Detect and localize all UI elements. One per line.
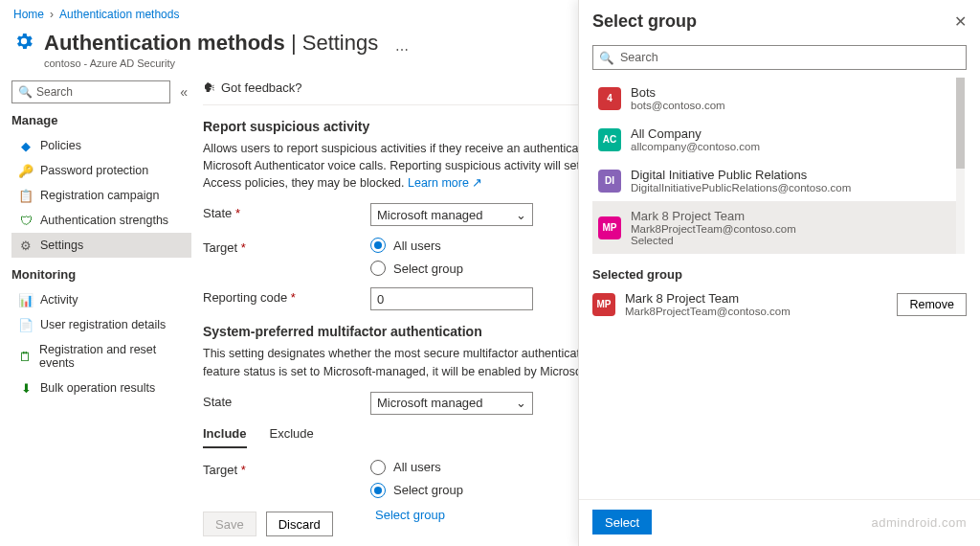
group-email: bots@contoso.com bbox=[631, 100, 725, 111]
search-icon: 🔍 bbox=[18, 85, 33, 99]
radio-icon bbox=[370, 238, 386, 253]
nav-icon: 🛡 bbox=[19, 214, 33, 227]
group-avatar: 4 bbox=[598, 87, 621, 110]
learn-more-link[interactable]: Learn more ↗ bbox=[408, 176, 482, 190]
nav-icon: 🔑 bbox=[19, 164, 33, 177]
nav-icon: ⚙ bbox=[19, 239, 33, 252]
sidebar-item-password-protection[interactable]: 🔑Password protection bbox=[11, 158, 191, 183]
group-email: Mark8ProjectTeam@contoso.com bbox=[631, 223, 796, 235]
title-sub: Settings bbox=[302, 31, 379, 55]
nav-label: Bulk operation results bbox=[40, 381, 155, 395]
radio-icon bbox=[370, 483, 386, 498]
feedback-button[interactable]: 🗣 Got feedback? bbox=[203, 80, 302, 95]
breadcrumb-sep: › bbox=[50, 8, 54, 21]
group-name: All Company bbox=[631, 126, 760, 141]
sidebar-item-user-registration-details[interactable]: 📄User registration details bbox=[11, 312, 191, 337]
title-main: Authentication methods bbox=[44, 31, 285, 55]
tab-exclude[interactable]: Exclude bbox=[270, 426, 314, 448]
chevron-down-icon: ⌄ bbox=[516, 208, 526, 222]
group-email: DigitalInitiativePublicRelations@contoso… bbox=[631, 182, 851, 193]
group-item[interactable]: DIDigital Initiative Public RelationsDig… bbox=[592, 160, 965, 201]
target-all-users-radio[interactable]: All users bbox=[370, 238, 463, 253]
state-select[interactable]: Microsoft managed ⌄ bbox=[370, 203, 533, 226]
nav-section-manage: Manage bbox=[11, 113, 191, 127]
reporting-code-label: Reporting code bbox=[203, 287, 361, 305]
nav-icon: 📊 bbox=[19, 293, 33, 307]
selected-group-name: Mark 8 Project Team bbox=[625, 291, 791, 306]
group-selected-tag: Selected bbox=[631, 235, 796, 246]
state2-select[interactable]: Microsoft managed ⌄ bbox=[370, 392, 533, 415]
gear-icon bbox=[13, 31, 34, 52]
group-name: Bots bbox=[631, 85, 725, 100]
nav-label: Registration and reset events bbox=[39, 343, 184, 370]
nav-label: Authentication strengths bbox=[40, 214, 168, 227]
scrollbar-track[interactable] bbox=[956, 78, 965, 254]
radio-icon bbox=[370, 261, 386, 276]
selected-group-heading: Selected group bbox=[592, 267, 967, 282]
nav-icon: ◆ bbox=[19, 139, 33, 152]
discard-button[interactable]: Discard bbox=[266, 512, 333, 536]
sidebar-item-policies[interactable]: ◆Policies bbox=[11, 133, 191, 158]
flyout-search-input[interactable]: 🔍 Search bbox=[592, 45, 967, 70]
group-name: Mark 8 Project Team bbox=[631, 209, 796, 223]
target2-select-group-radio[interactable]: Select group bbox=[370, 483, 463, 498]
search-icon: 🔍 bbox=[599, 51, 614, 65]
selected-group-row: MP Mark 8 Project Team Mark8ProjectTeam@… bbox=[592, 291, 967, 317]
nav-icon: 📄 bbox=[19, 318, 33, 331]
group-name: Digital Initiative Public Relations bbox=[631, 168, 851, 182]
close-icon[interactable]: ✕ bbox=[954, 12, 967, 31]
group-avatar: DI bbox=[598, 170, 621, 193]
sidebar-item-registration-campaign[interactable]: 📋Registration campaign bbox=[11, 183, 191, 208]
radio-icon bbox=[370, 460, 386, 475]
nav-label: Activity bbox=[40, 293, 78, 307]
chevron-down-icon: ⌄ bbox=[516, 396, 526, 410]
flyout-title: Select group bbox=[592, 11, 697, 32]
select-group-flyout: Select group ✕ 🔍 Search 4Botsbots@contos… bbox=[578, 0, 980, 546]
breadcrumb-current[interactable]: Authentication methods bbox=[59, 8, 179, 21]
sidebar-item-authentication-strengths[interactable]: 🛡Authentication strengths bbox=[11, 208, 191, 233]
nav-icon: 🗒 bbox=[19, 350, 32, 363]
sidebar-item-bulk-operation-results[interactable]: ⬇Bulk operation results bbox=[11, 375, 191, 400]
nav-icon: 📋 bbox=[19, 189, 33, 202]
group-item[interactable]: 4Botsbots@contoso.com bbox=[592, 78, 965, 119]
nav-icon: ⬇ bbox=[19, 381, 33, 395]
target2-all-users-radio[interactable]: All users bbox=[370, 460, 463, 475]
target-select-group-radio[interactable]: Select group bbox=[370, 261, 463, 276]
group-avatar: MP bbox=[598, 216, 621, 239]
select-button[interactable]: Select bbox=[592, 510, 652, 535]
group-list: 4Botsbots@contoso.comACAll Companyallcom… bbox=[592, 78, 972, 254]
nav-label: Registration campaign bbox=[40, 189, 159, 202]
group-avatar: AC bbox=[598, 128, 621, 151]
group-email: allcompany@contoso.com bbox=[631, 141, 760, 152]
more-button[interactable]: ⋯ bbox=[388, 42, 416, 57]
nav-label: Password protection bbox=[40, 164, 148, 177]
target-label: Target bbox=[203, 238, 361, 255]
page-subtitle: contoso - Azure AD Security bbox=[44, 57, 378, 69]
state-label: State bbox=[203, 203, 361, 220]
group-item[interactable]: ACAll Companyallcompany@contoso.com bbox=[592, 119, 965, 160]
group-item[interactable]: MPMark 8 Project TeamMark8ProjectTeam@co… bbox=[592, 201, 965, 254]
group-avatar: MP bbox=[592, 293, 615, 316]
scrollbar-thumb[interactable] bbox=[956, 78, 965, 169]
selected-group-email: Mark8ProjectTeam@contoso.com bbox=[625, 306, 791, 317]
tab-include[interactable]: Include bbox=[203, 426, 247, 448]
person-feedback-icon: 🗣 bbox=[203, 80, 215, 95]
watermark: admindroid.com bbox=[872, 515, 968, 530]
nav-label: Settings bbox=[40, 239, 83, 252]
sidebar-item-activity[interactable]: 📊Activity bbox=[11, 287, 191, 312]
reporting-code-input[interactable]: 0 bbox=[370, 287, 533, 310]
sidebar-search-input[interactable]: 🔍 Search bbox=[11, 80, 170, 103]
nav-section-monitoring: Monitoring bbox=[11, 267, 191, 282]
sidebar-item-settings[interactable]: ⚙Settings bbox=[11, 233, 191, 258]
remove-button[interactable]: Remove bbox=[897, 293, 967, 316]
sidebar-collapse-button[interactable]: « bbox=[176, 84, 191, 100]
breadcrumb-home[interactable]: Home bbox=[13, 8, 44, 21]
target2-label: Target bbox=[203, 460, 361, 477]
state2-label: State bbox=[203, 392, 361, 409]
sidebar-item-registration-and-reset-events[interactable]: 🗒Registration and reset events bbox=[11, 337, 191, 375]
nav-label: User registration details bbox=[40, 318, 166, 331]
nav-label: Policies bbox=[40, 139, 81, 152]
sidebar: 🔍 Search « Manage ◆Policies🔑Password pro… bbox=[0, 77, 191, 546]
action-bar: Save Discard bbox=[203, 512, 333, 536]
save-button: Save bbox=[203, 512, 256, 536]
